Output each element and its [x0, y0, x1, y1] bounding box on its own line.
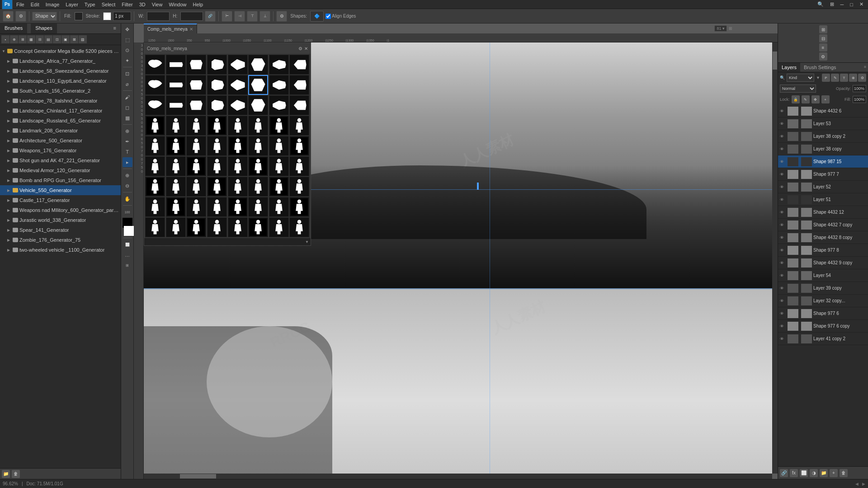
gear-btn[interactable]: ⚙: [276, 11, 287, 22]
layer-row-2[interactable]: 👁Layer 38 copy 2: [778, 130, 868, 143]
tree-item-9[interactable]: ▶Architecture_500_Generator: [0, 136, 121, 145]
shape-cell-46[interactable]: [269, 156, 289, 176]
layer-eye-17[interactable]: 👁: [780, 324, 786, 328]
link-wh-btn[interactable]: 🔗: [205, 11, 216, 22]
shapes-picker-options[interactable]: ⚙: [298, 46, 302, 51]
layer-row-5[interactable]: 👁Shape 977 7: [778, 168, 868, 181]
shape-cell-24[interactable]: [145, 116, 165, 136]
shape-cell-63[interactable]: [289, 197, 309, 217]
zoom-in-tool[interactable]: ⊕: [123, 170, 132, 180]
tree-item-11[interactable]: ▶Shot gun and AK 47_221_Generator: [0, 155, 121, 165]
layer-row-9[interactable]: 👁Shape 4432 7 copy: [778, 219, 868, 231]
layer-row-4[interactable]: 👁Shape 987 15: [778, 155, 868, 168]
filter-kind-select[interactable]: Kind: [787, 74, 814, 82]
menu-window[interactable]: Window: [166, 1, 189, 8]
layer-eye-11[interactable]: 👁: [780, 248, 786, 253]
menu-image[interactable]: Image: [43, 1, 62, 8]
status-arrow-left[interactable]: ◀: [855, 482, 859, 486]
shape-cell-64[interactable]: [145, 217, 165, 237]
shape-cell-43[interactable]: [207, 156, 227, 176]
menu-3d[interactable]: 3D: [137, 1, 148, 8]
layer-row-3[interactable]: 👁Layer 38 copy: [778, 143, 868, 155]
layer-row-0[interactable]: 👁Shape 4432 6: [778, 105, 868, 117]
tree-item-16[interactable]: ▶Weapons nad MIlitory_600_Generator_part…: [0, 205, 121, 215]
layer-eye-7[interactable]: 👁: [780, 197, 786, 202]
layers-panel-options[interactable]: ≡: [862, 63, 868, 72]
shape-cell-66[interactable]: [186, 217, 206, 237]
menu-edit[interactable]: Edit: [28, 1, 42, 8]
tree-item-19[interactable]: ▶Zombie_176_Generator_75: [0, 235, 121, 245]
shape-cell-36[interactable]: [228, 136, 248, 156]
shape-cell-13[interactable]: [248, 75, 268, 95]
zoom-out-tool[interactable]: ⊖: [123, 181, 132, 191]
layer-row-6[interactable]: 👁Layer 52: [778, 181, 868, 193]
brush-preset-1[interactable]: •: [1, 35, 9, 43]
blend-mode-select[interactable]: Normal Multiply Screen: [780, 84, 816, 93]
add-layer-btn[interactable]: +: [830, 469, 838, 477]
tree-item-4[interactable]: ▶South_Lands_156_Generator_2: [0, 86, 121, 96]
shape-cell-17[interactable]: [166, 95, 186, 115]
canvas-expand-btn[interactable]: ⊞: [729, 26, 732, 31]
tree-item-18[interactable]: ▶Spear_141_Generator: [0, 225, 121, 235]
layer-row-17[interactable]: 👁Shape 977 6 copy: [778, 320, 868, 333]
bg-color[interactable]: [124, 226, 134, 236]
shapes-picker-btn[interactable]: 🔷: [310, 11, 324, 22]
brush-preset-2[interactable]: ⊕: [10, 35, 18, 43]
layer-row-8[interactable]: 👁Shape 4432 12: [778, 206, 868, 219]
layer-eye-15[interactable]: 👁: [780, 299, 786, 303]
layer-row-1[interactable]: 👁Layer 53: [778, 117, 868, 130]
delete-btn[interactable]: 🗑: [12, 470, 20, 478]
add-folder-btn[interactable]: 📁: [2, 470, 10, 478]
shapes-tab[interactable]: Shapes: [31, 23, 57, 33]
select-tool[interactable]: ⬚: [123, 35, 132, 45]
shape-cell-27[interactable]: [207, 116, 227, 136]
shapes-picker-close[interactable]: ✕: [304, 46, 308, 51]
align-left-btn[interactable]: ⊢: [222, 11, 232, 22]
screen-mode-btn[interactable]: ⊞: [123, 260, 132, 270]
filter-btn-4[interactable]: ⊕: [849, 74, 857, 82]
layer-eye-3[interactable]: 👁: [780, 147, 786, 151]
ps-logo[interactable]: Ps: [2, 0, 13, 10]
tree-item-2[interactable]: ▶Landscape_58_Sweezarland_Generator: [0, 66, 121, 76]
shape-cell-12[interactable]: [228, 75, 248, 95]
layer-eye-9[interactable]: 👁: [780, 223, 786, 227]
filter-btn-5[interactable]: ⚙: [858, 74, 866, 82]
brush-preset-4[interactable]: ▦: [27, 35, 35, 43]
shape-cell-1[interactable]: [166, 55, 186, 75]
lock-pos-btn[interactable]: ✥: [811, 95, 820, 103]
tree-item-0[interactable]: ▼Concept Generator Mega Budle 5200 piece…: [0, 46, 121, 56]
shape-cell-54[interactable]: [269, 177, 289, 197]
layer-eye-0[interactable]: 👁: [780, 109, 786, 113]
opacity-input[interactable]: [853, 85, 866, 92]
scrollbar-horizontal[interactable]: [144, 474, 772, 479]
shape-cell-39[interactable]: [289, 136, 309, 156]
add-group-btn[interactable]: 📁: [820, 469, 828, 477]
brush-preset-8[interactable]: ▣: [61, 35, 70, 43]
stroke-size-input[interactable]: [113, 12, 131, 21]
layer-eye-8[interactable]: 👁: [780, 210, 786, 215]
shape-cell-15[interactable]: [289, 75, 309, 95]
shape-cell-33[interactable]: [166, 136, 186, 156]
add-fx-btn[interactable]: fx: [790, 469, 798, 477]
shape-cell-53[interactable]: [248, 177, 268, 197]
layer-eye-13[interactable]: 👁: [780, 273, 786, 278]
tree-item-8[interactable]: ▶Landmark_208_Generator: [0, 126, 121, 136]
layer-eye-2[interactable]: 👁: [780, 134, 786, 139]
shape-cell-38[interactable]: [269, 136, 289, 156]
shape-cell-30[interactable]: [269, 116, 289, 136]
layer-row-12[interactable]: 👁Shape 4432 9 copy: [778, 257, 868, 269]
menu-file[interactable]: File: [14, 1, 27, 8]
layer-eye-12[interactable]: 👁: [780, 261, 786, 265]
add-link-btn[interactable]: 🔗: [780, 469, 788, 477]
shape-cell-0[interactable]: [145, 55, 165, 75]
layer-row-7[interactable]: 👁Layer 51: [778, 193, 868, 206]
brush-tool[interactable]: 🖌: [123, 92, 132, 102]
layer-row-15[interactable]: 👁Layer 32 copy...: [778, 295, 868, 307]
tree-item-1[interactable]: ▶Landscape_Africa_77_Generator_: [0, 56, 121, 66]
shape-cell-19[interactable]: [207, 95, 227, 115]
shape-cell-5[interactable]: [248, 55, 268, 75]
layer-row-14[interactable]: 👁Layer 39 copy: [778, 282, 868, 295]
shape-cell-62[interactable]: [269, 197, 289, 217]
shape-cell-51[interactable]: [207, 177, 227, 197]
lock-trans-btn[interactable]: 🔒: [792, 95, 800, 103]
